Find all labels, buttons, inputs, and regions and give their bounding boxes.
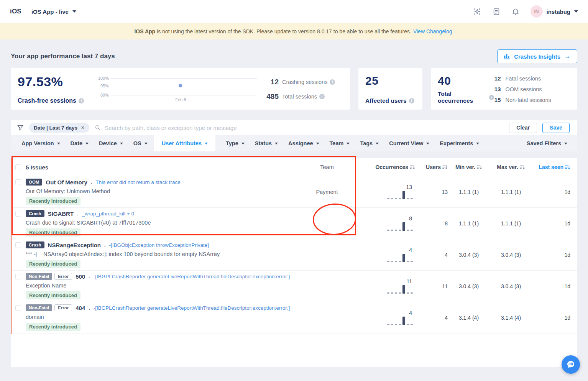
filter-team[interactable]: Team bbox=[330, 135, 350, 151]
account-menu[interactable]: IN instabug bbox=[531, 5, 578, 18]
occurrences-cell: 4 bbox=[352, 248, 415, 262]
total-occurrences-label: Total occurrences bbox=[438, 90, 487, 104]
issue-type-badge: Crash bbox=[26, 210, 44, 217]
app-switcher[interactable]: iOS App - live bbox=[31, 8, 76, 15]
clear-button[interactable]: Clear bbox=[509, 123, 537, 133]
max-ver-cell: 3.0.4 (3) bbox=[490, 252, 532, 258]
fatal-sessions-value: 12 bbox=[494, 75, 502, 82]
filter-experiments[interactable]: Experiments bbox=[440, 135, 479, 151]
filter-os[interactable]: OS bbox=[133, 135, 148, 151]
chevron-down-icon bbox=[376, 143, 379, 145]
chevron-down-icon bbox=[120, 143, 123, 145]
issue-subtitle: Exception Name bbox=[26, 282, 302, 289]
chevron-down-icon bbox=[476, 143, 479, 145]
crashes-insights-button[interactable]: Crashes Insights → bbox=[497, 49, 577, 63]
saved-filters-dropdown[interactable]: Saved Filters bbox=[527, 135, 567, 151]
info-icon[interactable]: i bbox=[319, 94, 325, 99]
filter-device[interactable]: Device bbox=[99, 135, 123, 151]
row-checkbox[interactable] bbox=[15, 242, 21, 248]
occurrences-value: 11 bbox=[406, 278, 412, 284]
data-point[interactable] bbox=[179, 84, 182, 87]
filter-type[interactable]: Type bbox=[226, 135, 245, 151]
occurrences-cell: 4 bbox=[352, 310, 415, 325]
min-ver-cell: 3.0.4 (3) bbox=[448, 252, 490, 258]
total-sessions-label: Total sessions bbox=[282, 94, 317, 100]
table-row[interactable]: Crash NSRangeException . -[IBGObjcExcept… bbox=[11, 239, 577, 271]
issue-trace-link[interactable]: -[IBGObjcException throwExceptionPrivate… bbox=[109, 242, 209, 248]
whats-new-icon[interactable] bbox=[473, 7, 481, 16]
spark-xlabel: Feb 8 bbox=[176, 97, 186, 102]
column-occurrences[interactable]: Occurrences bbox=[352, 164, 415, 170]
oom-sessions-label: OOM sessions bbox=[505, 86, 542, 92]
filter-date[interactable]: Date bbox=[71, 135, 89, 151]
chat-launcher-button[interactable] bbox=[562, 355, 580, 374]
table-row[interactable]: OOM Out Of Memory . This error did not r… bbox=[11, 176, 577, 208]
column-min-ver[interactable]: Min ver. bbox=[448, 164, 490, 170]
column-team[interactable]: Team bbox=[302, 164, 352, 170]
issue-subtitle: *** -[__NSArray0 objectAtIndex:]: index … bbox=[26, 251, 302, 257]
app-switcher-label: iOS App - live bbox=[31, 8, 69, 15]
issue-title[interactable]: 404 bbox=[76, 305, 85, 311]
filter-assignee[interactable]: Assignee bbox=[288, 135, 319, 151]
issue-trace-link[interactable]: This error did not return a stack trace bbox=[95, 179, 180, 185]
info-icon[interactable]: i bbox=[79, 98, 84, 103]
release-notes-icon[interactable] bbox=[492, 7, 501, 16]
crashing-sessions-value: 12 bbox=[261, 78, 279, 86]
filter-dropdown-row: App Version Date Device OS User Attribut… bbox=[11, 135, 577, 151]
row-checkbox[interactable] bbox=[15, 274, 21, 279]
filter-funnel-icon[interactable] bbox=[17, 124, 24, 131]
filter-tags[interactable]: Tags bbox=[360, 135, 379, 151]
filter-status[interactable]: Status bbox=[255, 135, 278, 151]
select-all-checkbox[interactable] bbox=[15, 164, 21, 170]
row-checkbox[interactable] bbox=[15, 305, 21, 311]
occurrences-mini-chart: 4 bbox=[387, 248, 413, 262]
row-checkbox[interactable] bbox=[15, 211, 21, 217]
max-ver-cell: 1.1.1 (1) bbox=[490, 220, 532, 227]
table-row[interactable]: Non-Fatal Error 404 . -[IBGPLCrashReport… bbox=[11, 302, 577, 333]
filter-user-attributes[interactable]: User Attributes bbox=[154, 135, 215, 151]
last-seen-cell: 1d bbox=[532, 189, 570, 195]
info-icon[interactable]: i bbox=[489, 95, 494, 100]
occurrences-mini-chart: 13 bbox=[387, 185, 413, 199]
users-cell: 4 bbox=[415, 315, 448, 321]
status-badge: Recently introduced bbox=[26, 323, 80, 331]
issue-trace-link[interactable]: _wrap_pthread_kill + 0 bbox=[82, 211, 134, 217]
issue-title[interactable]: SIGABRT bbox=[48, 210, 74, 217]
date-filter-chip-label: Date | Last 7 days bbox=[34, 125, 77, 131]
filter-app-version[interactable]: App Version bbox=[21, 135, 60, 151]
column-users[interactable]: Users bbox=[415, 164, 448, 170]
date-filter-chip[interactable]: Date | Last 7 days ✕ bbox=[29, 123, 89, 133]
issue-trace-link[interactable]: -[IBGPLCrashReporter generateLiveReportW… bbox=[94, 305, 290, 311]
issue-trace-link[interactable]: -[IBGPLCrashReporter generateLiveReportW… bbox=[94, 274, 290, 279]
row-checkbox[interactable] bbox=[15, 179, 21, 185]
issue-title[interactable]: Out Of Memory bbox=[46, 179, 87, 186]
info-icon[interactable]: i bbox=[409, 98, 414, 103]
issue-title[interactable]: NSRangeException bbox=[48, 242, 101, 248]
users-cell: 11 bbox=[415, 283, 448, 289]
issue-title[interactable]: 500 bbox=[76, 273, 85, 280]
sort-icon bbox=[410, 165, 415, 170]
chevron-down-icon bbox=[426, 143, 429, 145]
info-icon[interactable]: i bbox=[330, 79, 335, 85]
save-button[interactable]: Save bbox=[542, 123, 570, 133]
table-row[interactable]: Non-Fatal Error 500 . -[IBGPLCrashReport… bbox=[11, 271, 577, 302]
spark-ytick-100: 100% bbox=[94, 76, 109, 80]
column-max-ver[interactable]: Max ver. bbox=[490, 164, 532, 170]
arrow-right-icon: → bbox=[564, 53, 571, 60]
top-navbar: iOS iOS App - live IN instabug bbox=[0, 0, 588, 23]
status-badge: Recently introduced bbox=[26, 260, 80, 268]
filter-current-view[interactable]: Current View bbox=[389, 135, 429, 151]
search-input[interactable] bbox=[105, 125, 504, 131]
view-changelog-link[interactable]: View Changelog. bbox=[413, 28, 454, 34]
team-cell: Payment bbox=[302, 189, 352, 195]
issue-subtype-badge: Error bbox=[54, 304, 72, 311]
chip-close-icon[interactable]: ✕ bbox=[81, 125, 85, 130]
issue-subtitle: domain bbox=[26, 314, 302, 320]
occurrences-cell: 11 bbox=[352, 279, 415, 294]
column-last-seen[interactable]: Last seen bbox=[532, 164, 570, 170]
affected-users-label: Affected users bbox=[365, 97, 407, 104]
sort-icon bbox=[520, 165, 525, 170]
notifications-bell-icon[interactable] bbox=[511, 7, 520, 16]
chat-bubble-icon bbox=[566, 360, 575, 369]
table-row[interactable]: Crash SIGABRT . _wrap_pthread_kill + 0 C… bbox=[11, 208, 577, 239]
